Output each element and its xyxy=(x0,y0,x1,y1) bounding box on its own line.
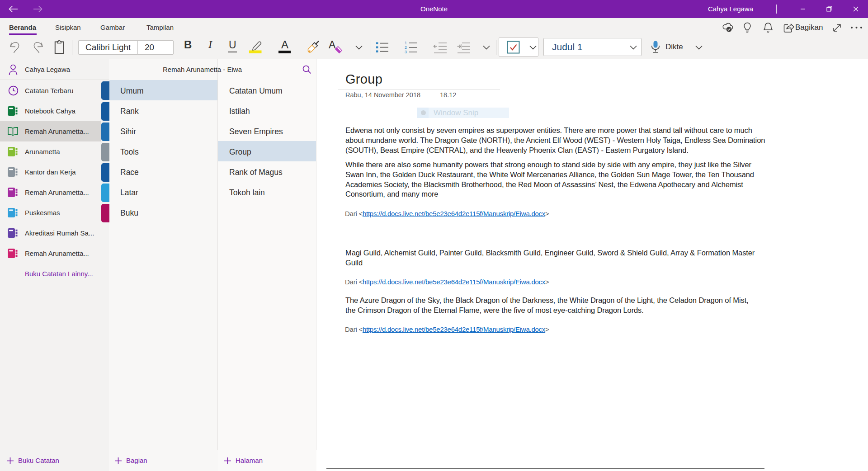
svg-text:2: 2 xyxy=(405,45,407,50)
svg-text:1: 1 xyxy=(405,41,407,45)
svg-text:3: 3 xyxy=(405,50,407,54)
